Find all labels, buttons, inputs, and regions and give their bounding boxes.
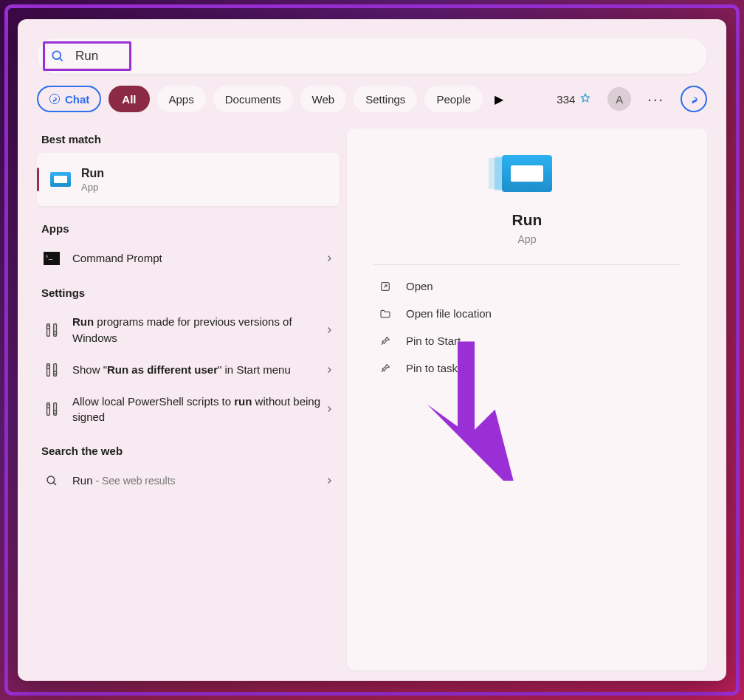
bing-button[interactable] [681, 86, 707, 112]
bing-icon [687, 92, 700, 106]
settings-icon [43, 321, 61, 339]
settings-icon [43, 361, 61, 379]
bing-icon [49, 93, 61, 105]
rewards-icon [579, 93, 591, 105]
svg-line-16 [53, 482, 56, 485]
chevron-right-icon [325, 326, 334, 334]
search-panel: Chat All Apps Documents Web Settings Peo… [18, 19, 726, 681]
search-bar[interactable] [37, 38, 707, 74]
svg-point-14 [54, 411, 57, 414]
svg-point-5 [46, 326, 49, 329]
open-icon [378, 281, 393, 292]
pin-icon [378, 335, 393, 347]
section-best-match: Best match [41, 133, 340, 145]
rewards-counter[interactable]: 334 [552, 93, 596, 106]
chevron-right-icon [325, 366, 334, 374]
best-match-title: Run [81, 167, 104, 180]
more-tabs-icon[interactable]: ▶ [490, 92, 508, 106]
detail-subtitle: App [518, 233, 537, 245]
chevron-right-icon [325, 405, 334, 414]
section-web: Search the web [41, 445, 340, 457]
detail-title: Run [512, 211, 542, 229]
user-avatar[interactable]: A [607, 87, 631, 111]
run-app-icon [50, 172, 71, 187]
section-settings: Settings [41, 286, 340, 299]
results-column: Best match Run App Apps Command Prompt S… [37, 128, 340, 670]
svg-point-10 [54, 371, 57, 374]
chevron-right-icon [325, 476, 334, 485]
result-run-as-different-user[interactable]: Show "Run as different user" in Start me… [37, 354, 340, 386]
section-apps: Apps [41, 222, 340, 235]
svg-point-6 [54, 331, 57, 334]
best-match-subtitle: App [81, 182, 104, 193]
action-pin-to-start[interactable]: Pin to Start [373, 327, 681, 354]
best-match-result[interactable]: Run App [37, 153, 340, 206]
selection-indicator [37, 168, 39, 191]
search-icon [50, 49, 65, 64]
tab-documents[interactable]: Documents [213, 86, 293, 112]
svg-point-13 [46, 405, 49, 408]
command-prompt-icon [44, 252, 60, 265]
svg-point-0 [52, 51, 61, 59]
detail-pane: Run App Open Open file location [347, 128, 707, 670]
tab-apps[interactable]: Apps [157, 86, 206, 112]
result-command-prompt[interactable]: Command Prompt [37, 242, 340, 275]
result-web-search[interactable]: Run - See web results [37, 464, 340, 497]
svg-point-2 [49, 94, 59, 103]
folder-icon [378, 308, 393, 320]
tab-settings[interactable]: Settings [354, 86, 417, 112]
search-input[interactable] [75, 49, 694, 64]
pin-icon [378, 363, 393, 374]
result-run-compatibility[interactable]: Run programs made for previous versions … [37, 306, 340, 354]
svg-point-15 [47, 476, 55, 484]
svg-line-1 [60, 58, 63, 61]
tab-people[interactable]: People [424, 86, 483, 112]
action-open-file-location[interactable]: Open file location [373, 300, 681, 327]
settings-icon [43, 400, 61, 418]
chevron-right-icon [325, 254, 334, 263]
run-app-icon [502, 155, 552, 192]
filter-tabs: Chat All Apps Documents Web Settings Peo… [18, 74, 726, 112]
tab-chat[interactable]: Chat [37, 86, 101, 112]
tab-all[interactable]: All [108, 86, 149, 112]
result-powershell-unsigned[interactable]: Allow local PowerShell scripts to run wi… [37, 386, 340, 433]
svg-point-9 [46, 366, 49, 368]
search-icon [43, 472, 61, 490]
overflow-menu-icon[interactable]: ··· [643, 91, 669, 108]
action-open[interactable]: Open [373, 272, 681, 300]
action-pin-to-taskbar[interactable]: Pin to taskbar [373, 354, 681, 382]
tab-web[interactable]: Web [300, 86, 347, 112]
